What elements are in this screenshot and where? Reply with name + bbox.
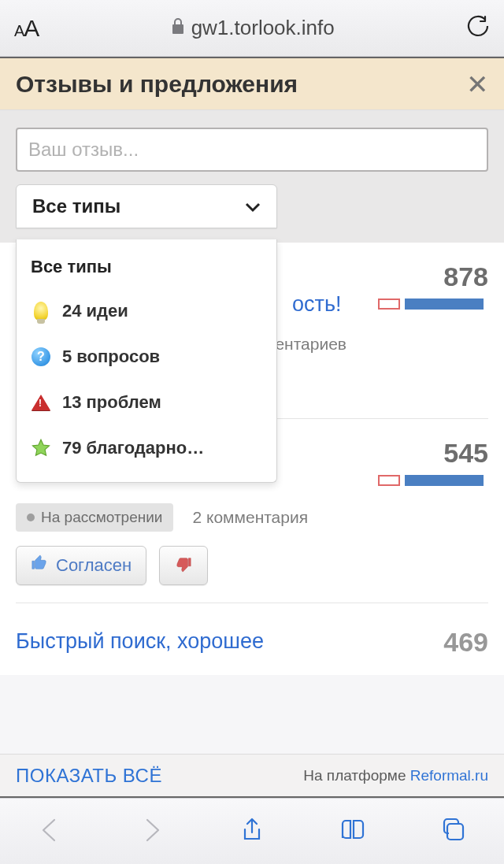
dropdown-item-ideas[interactable]: 24 идеи: [17, 288, 276, 334]
type-filter-select[interactable]: Все типы: [16, 184, 277, 228]
dropdown-item-label: 24 идеи: [62, 301, 128, 321]
reload-icon[interactable]: [466, 15, 490, 42]
browser-toolbar: [0, 798, 504, 864]
question-icon: ?: [31, 347, 51, 367]
back-button[interactable]: [37, 817, 64, 847]
comments-count[interactable]: ентариев: [275, 335, 346, 354]
post-title-link[interactable]: Быстрый поиск, хорошее: [16, 627, 428, 655]
share-button[interactable]: [239, 817, 265, 847]
status-dot-icon: [27, 514, 35, 521]
url-display[interactable]: gw1.torlook.info: [51, 9, 454, 48]
close-icon[interactable]: ✕: [466, 71, 488, 98]
star-icon: [31, 438, 51, 458]
type-filter-label: Все типы: [32, 195, 120, 217]
vote-bar: [378, 475, 488, 488]
chevron-down-icon: [245, 195, 261, 217]
forward-button[interactable]: [138, 817, 165, 847]
tabs-button[interactable]: [440, 817, 467, 847]
dropdown-item-label: 5 вопросов: [62, 347, 160, 367]
footer-bar: ПОКАЗАТЬ ВСЁ На платформе Reformal.ru: [0, 754, 504, 798]
type-filter-dropdown: Все типы 24 идеи ? 5 вопросов 13 проблем…: [16, 239, 277, 483]
bulb-icon: [31, 301, 51, 321]
agree-label: Согласен: [56, 555, 132, 576]
platform-link[interactable]: Reformal.ru: [410, 767, 488, 784]
url-text: gw1.torlook.info: [191, 16, 335, 40]
agree-button[interactable]: Согласен: [16, 546, 146, 585]
dropdown-item-problems[interactable]: 13 проблем: [17, 380, 276, 425]
vote-count: 878: [443, 261, 488, 292]
feedback-post: Быстрый поиск, хорошее 469: [16, 603, 488, 675]
vote-column: 545: [378, 438, 488, 488]
dropdown-item-label: 79 благодарно…: [62, 438, 204, 458]
dropdown-item-thanks[interactable]: 79 благодарно…: [17, 425, 276, 471]
page-header: Отзывы и предложения ✕: [0, 57, 504, 110]
filter-area: Все типы: [0, 110, 504, 243]
thumb-up-icon: [31, 554, 48, 577]
page-title: Отзывы и предложения: [16, 71, 298, 98]
browser-address-bar: AA gw1.torlook.info: [0, 0, 504, 57]
disagree-button[interactable]: [159, 546, 208, 585]
dropdown-item-label: 13 проблем: [62, 392, 161, 413]
status-badge: На рассмотрении: [16, 503, 173, 532]
platform-credit: На платформе Reformal.ru: [303, 767, 488, 784]
bookmarks-button[interactable]: [339, 817, 366, 847]
vote-count: 469: [443, 627, 488, 658]
text-size-control[interactable]: AA: [14, 15, 39, 42]
thumb-down-icon: [175, 555, 192, 576]
warning-icon: [31, 392, 51, 413]
vote-bar: [378, 299, 488, 311]
dropdown-item-questions[interactable]: ? 5 вопросов: [17, 334, 276, 380]
vote-column: 878: [378, 261, 488, 311]
vote-column: 469: [443, 627, 488, 658]
show-all-link[interactable]: ПОКАЗАТЬ ВСЁ: [16, 765, 162, 787]
lock-icon: [171, 16, 185, 40]
content-area: Все типы 24 идеи ? 5 вопросов 13 проблем…: [0, 243, 504, 675]
comments-count[interactable]: 2 комментария: [192, 508, 308, 527]
review-input[interactable]: [16, 128, 488, 172]
vote-count: 545: [443, 438, 488, 469]
svg-rect-0: [447, 824, 463, 840]
dropdown-header[interactable]: Все типы: [17, 250, 276, 288]
